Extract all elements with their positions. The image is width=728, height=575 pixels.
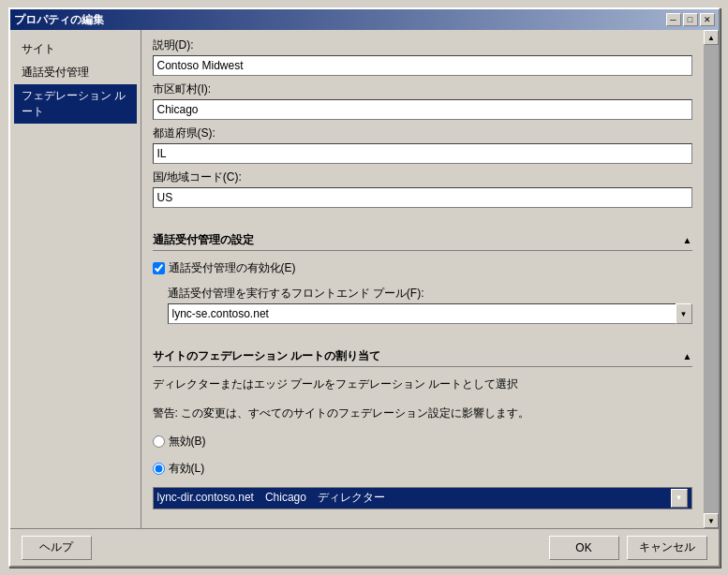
federation-route-section-title: サイトのフェデレーション ルートの割り当て (153, 348, 380, 364)
radio-enabled-input[interactable] (153, 463, 165, 475)
sidebar-item-site[interactable]: サイト (14, 37, 137, 61)
federation-description1: ディレクターまたはエッジ プールをフェデレーション ルートとして選択 (153, 376, 692, 392)
footer: ヘルプ OK キャンセル (10, 528, 719, 566)
title-bar-buttons: ─ □ ✕ (666, 13, 715, 26)
radio-enabled-label: 有効(L) (169, 461, 205, 477)
call-admission-arrow-icon: ▲ (683, 235, 692, 245)
description-field-group: 説明(D): (153, 37, 692, 76)
sidebar: サイト 通話受付管理 フェデレーション ルート (10, 30, 141, 528)
radio-disabled-row: 無効(B) (153, 434, 692, 450)
frontend-pool-label: 通話受付管理を実行するフロントエンド プール(F): (168, 286, 692, 302)
scrollbar: ▲ ▼ (704, 30, 719, 528)
scroll-up-button[interactable]: ▲ (704, 30, 719, 45)
call-admission-section-title: 通話受付管理の設定 (153, 232, 254, 248)
enable-call-admission-row: 通話受付管理の有効化(E) (153, 260, 692, 276)
country-input[interactable] (153, 187, 692, 208)
scroll-down-button[interactable]: ▼ (704, 513, 719, 528)
window-body: サイト 通話受付管理 フェデレーション ルート 説明(D): 市区町村(I): … (10, 30, 719, 528)
federation-pool-value: lync-dir.contoso.net Chicago ディレクター (157, 490, 671, 506)
close-button[interactable]: ✕ (700, 13, 715, 26)
window-title: プロパティの編集 (14, 12, 104, 28)
city-field-group: 市区町村(I): (153, 81, 692, 120)
frontend-pool-group: 通話受付管理を実行するフロントエンド プール(F): lync-se.conto… (168, 286, 692, 324)
city-label: 市区町村(I): (153, 81, 692, 97)
radio-enabled-row: 有効(L) (153, 461, 692, 477)
footer-right-buttons: OK キャンセル (549, 536, 707, 560)
federation-route-section-header: サイトのフェデレーション ルートの割り当て ▲ (153, 348, 692, 367)
state-label: 都道府県(S): (153, 125, 692, 141)
country-label: 国/地域コード(C): (153, 170, 692, 185)
federation-pool-dropdown-arrow-icon[interactable]: ▼ (671, 489, 688, 508)
title-bar: プロパティの編集 ─ □ ✕ (10, 9, 719, 30)
radio-disabled-input[interactable] (153, 435, 165, 448)
frontend-pool-container: lync-se.contoso.net ▼ (168, 303, 692, 324)
maximize-button[interactable]: □ (683, 13, 698, 26)
state-field-group: 都道府県(S): (153, 125, 692, 164)
sidebar-item-call-admission[interactable]: 通話受付管理 (14, 61, 137, 84)
federation-pool-dropdown[interactable]: lync-dir.contoso.net Chicago ディレクター ▼ (153, 487, 692, 509)
enable-call-admission-label: 通話受付管理の有効化(E) (169, 260, 296, 276)
country-field-group: 国/地域コード(C): (153, 170, 692, 208)
ok-button[interactable]: OK (549, 536, 619, 560)
federation-route-arrow-icon: ▲ (683, 351, 692, 361)
frontend-pool-dropdown-arrow[interactable]: ▼ (676, 303, 692, 324)
scroll-track[interactable] (704, 45, 719, 513)
main-window: プロパティの編集 ─ □ ✕ サイト 通話受付管理 フェデレーション ルート 説… (8, 7, 721, 568)
federation-description2: 警告: この変更は、すべてのサイトのフェデレーション設定に影響します。 (153, 405, 692, 421)
radio-disabled-label: 無効(B) (169, 434, 206, 450)
description-label: 説明(D): (153, 37, 692, 53)
minimize-button[interactable]: ─ (666, 13, 681, 26)
help-button[interactable]: ヘルプ (22, 536, 92, 560)
call-admission-section-header: 通話受付管理の設定 ▲ (153, 232, 692, 251)
main-content: 説明(D): 市区町村(I): 都道府県(S): 国/地域コード(C): (141, 30, 704, 528)
frontend-pool-select[interactable]: lync-se.contoso.net (168, 303, 676, 324)
description-input[interactable] (153, 55, 692, 76)
state-input[interactable] (153, 143, 692, 164)
cancel-button[interactable]: キャンセル (627, 536, 707, 560)
city-input[interactable] (153, 99, 692, 120)
enable-call-admission-checkbox[interactable] (153, 262, 165, 274)
sidebar-item-federation-route[interactable]: フェデレーション ルート (14, 84, 137, 124)
